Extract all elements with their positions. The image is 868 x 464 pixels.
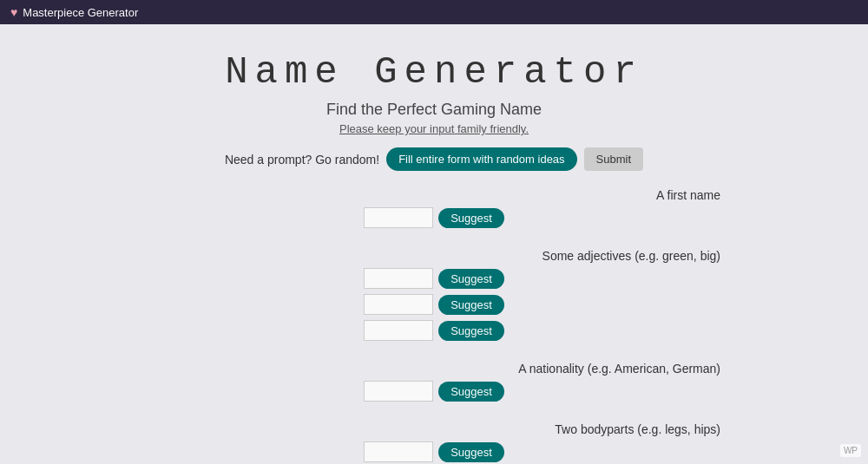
suggest-button-body-1[interactable]: Suggest — [438, 442, 504, 462]
fill-random-button[interactable]: Fill entire form with random ideas — [386, 147, 576, 171]
adjective-input-2[interactable] — [364, 294, 433, 315]
adjective-input-3[interactable] — [364, 320, 433, 341]
section-nationality-label: A nationality (e.g. American, German) — [139, 362, 729, 376]
friendly-note-link: input — [430, 122, 454, 135]
suggest-button-adj-1[interactable]: Suggest — [438, 269, 504, 289]
section-adjectives-label: Some adjectives (e.g. green, big) — [139, 249, 729, 263]
app-title: Masterpiece Generator — [23, 6, 138, 19]
friendly-note: Please keep your input family friendly. — [339, 122, 529, 135]
input-row-adj-2: Suggest — [139, 294, 729, 315]
footer-logo: WP — [840, 444, 861, 457]
suggest-button-adj-2[interactable]: Suggest — [438, 295, 504, 315]
input-row-nationality: Suggest — [139, 381, 729, 402]
first-name-input[interactable] — [364, 207, 433, 228]
section-adjectives: Some adjectives (e.g. green, big) Sugges… — [139, 249, 729, 346]
bodypart-input-1[interactable] — [364, 441, 433, 462]
friendly-note-prefix: Please keep your — [339, 122, 430, 135]
random-label: Need a prompt? Go random! — [225, 153, 379, 167]
adjective-input-1[interactable] — [364, 268, 433, 289]
section-nationality: A nationality (e.g. American, German) Su… — [139, 362, 729, 407]
suggest-button-nationality[interactable]: Suggest — [438, 382, 504, 402]
random-row: Need a prompt? Go random! Fill entire fo… — [225, 147, 643, 171]
suggest-button-adj-3[interactable]: Suggest — [438, 321, 504, 341]
nationality-input[interactable] — [364, 381, 433, 402]
input-row-adj-1: Suggest — [139, 268, 729, 289]
section-first-name: A first name Suggest — [139, 188, 729, 233]
input-row-adj-3: Suggest — [139, 320, 729, 341]
suggest-button-first-name[interactable]: Suggest — [438, 208, 504, 228]
input-row: Suggest — [139, 207, 729, 228]
friendly-note-suffix: family friendly. — [454, 122, 529, 135]
section-bodyparts-label: Two bodyparts (e.g. legs, hips) — [139, 422, 729, 436]
input-row-body-1: Suggest — [139, 441, 729, 462]
submit-button[interactable]: Submit — [584, 147, 643, 171]
page-title: Name Generator — [225, 50, 643, 94]
top-bar: ♥ Masterpiece Generator — [0, 0, 868, 24]
page-subtitle: Find the Perfect Gaming Name — [326, 101, 542, 119]
logo-icon: ♥ — [10, 5, 17, 19]
section-first-name-label: A first name — [139, 188, 729, 202]
main-content: Name Generator Find the Perfect Gaming N… — [0, 24, 868, 464]
section-bodyparts: Two bodyparts (e.g. legs, hips) Suggest … — [139, 422, 729, 464]
